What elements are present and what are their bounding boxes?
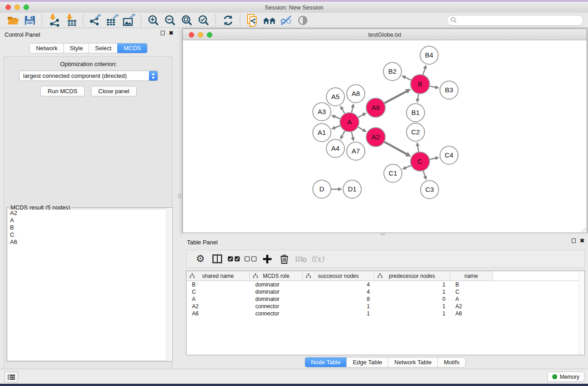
mcds-result-item[interactable]: B <box>8 224 172 231</box>
table-scrollbar[interactable] <box>578 271 584 355</box>
app-titlebar[interactable]: Session: New Session <box>0 2 588 13</box>
close-panel-button[interactable]: Close panel <box>91 86 137 96</box>
graph-edge-C-C4[interactable] <box>430 157 439 160</box>
graph-node-C2[interactable]: C2 <box>406 123 425 141</box>
zoom-selected-icon[interactable] <box>195 14 212 27</box>
export-network-icon[interactable] <box>87 14 104 27</box>
graph-node-A3[interactable]: A3 <box>313 103 331 121</box>
graph-node-B2[interactable]: B2 <box>383 62 402 81</box>
graph-node-A7[interactable]: A7 <box>347 142 365 160</box>
graph-node-C4[interactable]: C4 <box>440 146 458 164</box>
table-cell[interactable]: 4 <box>303 281 374 288</box>
home-icon[interactable] <box>261 14 277 27</box>
column-header-shared-name[interactable]: shared name <box>186 271 250 281</box>
graph-node-D[interactable]: D <box>313 180 331 198</box>
table-cell[interactable]: 0 <box>374 296 450 302</box>
graph-node-A8[interactable]: A8 <box>347 85 365 103</box>
node-table[interactable]: shared nameMCDS rolesuccessor nodesprede… <box>186 271 585 355</box>
memory-button[interactable]: Memory <box>547 372 584 382</box>
table-cell[interactable]: connector <box>250 310 303 317</box>
save-session-icon[interactable] <box>21 14 38 27</box>
task-history-button[interactable] <box>5 372 18 382</box>
table-settings-gear-icon[interactable]: ⚙ <box>192 252 209 266</box>
graph-edge-A-A6[interactable] <box>358 113 367 117</box>
tab-network[interactable]: Network <box>30 43 63 53</box>
mcds-result-item[interactable]: A <box>8 217 172 224</box>
graph-node-C[interactable]: C <box>411 152 430 171</box>
table-cell[interactable]: dominator <box>250 281 303 288</box>
table-cell[interactable]: 1 <box>374 289 450 295</box>
table-cell[interactable]: B <box>450 281 493 288</box>
column-header-name[interactable]: name <box>450 271 493 281</box>
graph-node-A2[interactable]: A2 <box>366 128 385 147</box>
graph-edge-A-A4[interactable] <box>340 131 344 139</box>
tab-select[interactable]: Select <box>89 43 117 53</box>
mcds-result-list[interactable]: A2ABCA6 <box>8 210 172 360</box>
table-cell[interactable]: B <box>186 281 250 288</box>
table-cell[interactable]: A2 <box>450 303 493 310</box>
tab-mcds[interactable]: MCDS <box>117 43 147 53</box>
close-network-window-icon[interactable] <box>189 32 194 38</box>
graph-edge-B-B3[interactable] <box>430 86 440 89</box>
table-cell[interactable]: 1 <box>374 281 450 288</box>
zoom-window-icon[interactable] <box>24 5 29 10</box>
graph-node-C1[interactable]: C1 <box>384 164 402 182</box>
open-session-icon[interactable] <box>5 14 21 27</box>
table-cell[interactable]: 1 <box>303 303 374 310</box>
graph-edge-A6-B[interactable] <box>384 89 411 103</box>
tab-edge-table[interactable]: Edge Table <box>346 357 388 367</box>
zoom-network-window-icon[interactable] <box>207 32 212 38</box>
table-row[interactable]: Cdominator41C <box>186 288 584 295</box>
graph-node-B[interactable]: B <box>411 75 430 94</box>
import-network-icon[interactable] <box>46 14 62 27</box>
graph-edge-A-A3[interactable] <box>331 115 340 119</box>
graph-edge-A-A1[interactable] <box>331 126 340 129</box>
graph-node-A6[interactable]: A6 <box>366 98 385 117</box>
apply-layout-icon[interactable] <box>220 14 236 27</box>
graph-edge-A2-C[interactable] <box>384 142 411 157</box>
window-resize-grip[interactable] <box>581 227 586 232</box>
column-header-mcds-role[interactable]: MCDS role <box>250 271 303 281</box>
graph-node-A4[interactable]: A4 <box>326 139 344 157</box>
criterion-select[interactable]: largest connected component (directed) <box>19 71 158 81</box>
float-panel-icon[interactable] <box>161 31 165 35</box>
vertical-splitter-handle[interactable] <box>178 194 181 198</box>
graph-node-C3[interactable]: C3 <box>421 181 439 199</box>
table-cell[interactable]: 1 <box>374 303 450 310</box>
close-panel-icon[interactable]: ✖ <box>169 31 173 35</box>
table-cell[interactable]: 8 <box>303 296 374 302</box>
run-mcds-button[interactable]: Run MCDS <box>40 86 85 96</box>
graph-node-B1[interactable]: B1 <box>406 104 425 122</box>
table-cell[interactable]: 1 <box>303 310 374 317</box>
horizontal-splitter-handle[interactable] <box>381 234 385 235</box>
import-table-icon[interactable] <box>62 14 79 27</box>
graph-node-A1[interactable]: A1 <box>313 124 331 142</box>
table-cell[interactable]: A <box>186 296 250 302</box>
graph-node-A[interactable]: A <box>340 113 359 132</box>
table-cell[interactable]: dominator <box>250 296 303 302</box>
table-cell[interactable]: A6 <box>450 310 493 317</box>
table-row[interactable]: Bdominator41B <box>186 281 584 288</box>
graph-edge-A-A2[interactable] <box>358 127 367 132</box>
tab-network-table[interactable]: Network Table <box>388 357 437 367</box>
float-table-panel-icon[interactable] <box>572 238 576 243</box>
graph-edge-A-A8[interactable] <box>351 103 354 112</box>
zoom-out-icon[interactable] <box>162 14 178 27</box>
close-window-icon[interactable] <box>5 5 11 10</box>
tab-node-table[interactable]: Node Table <box>305 357 347 367</box>
graph-edge-A-A7[interactable] <box>351 132 354 141</box>
network-view-window[interactable]: testGlobe.txt AA1A3A4A5A7A8A6A2BB1B2B3B4… <box>182 29 587 233</box>
graph-edge-A-A5[interactable] <box>340 105 345 114</box>
minimize-window-icon[interactable] <box>14 5 20 10</box>
graph-node-A5[interactable]: A5 <box>326 88 344 106</box>
table-cell[interactable]: A6 <box>186 310 250 317</box>
graph-edge-D-D1[interactable] <box>331 187 342 191</box>
show-graphics-icon[interactable] <box>294 14 311 27</box>
graph-edge-C-C1[interactable] <box>402 166 411 170</box>
graph-edge-C-C2[interactable] <box>416 142 420 152</box>
export-table-icon[interactable] <box>104 14 120 27</box>
delete-column-icon[interactable] <box>276 252 292 266</box>
network-canvas[interactable]: AA1A3A4A5A7A8A6A2BB1B2B3B4CC1C2C3C4DD1 <box>183 40 587 233</box>
network-graph[interactable]: AA1A3A4A5A7A8A6A2BB1B2B3B4CC1C2C3C4DD1 <box>183 40 587 233</box>
tab-style[interactable]: Style <box>63 43 89 53</box>
